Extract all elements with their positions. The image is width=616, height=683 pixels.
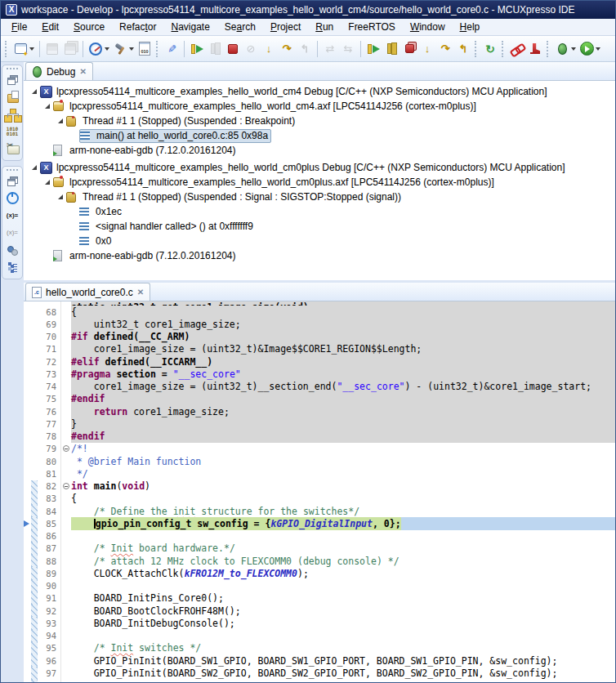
code-line[interactable]: 78#endif [24,431,615,443]
menu-file[interactable]: File [4,20,34,34]
code-text[interactable] [71,580,615,592]
code-line[interactable]: 70#if defined(__CC_ARM) [24,331,615,343]
menu-search[interactable]: Search [217,20,263,34]
fold-collapse-icon[interactable] [60,480,71,493]
code-text[interactable] [71,630,615,642]
faults-view-button[interactable] [3,140,21,157]
debug-tree-row[interactable]: <signal handler called> () at 0xfffffff9 [24,219,615,234]
code-text[interactable]: GPIO_PinInit(BOARD_SW2_GPIO, BOARD_SW2_G… [71,667,615,679]
code-line[interactable]: 88 /* attach 12 MHz clock to FLEXCOMM0 (… [24,555,615,567]
power-view-button[interactable] [3,190,21,207]
code-text[interactable]: BOARD_InitDebugConsole(); [71,617,615,629]
breakpoints-view-button[interactable] [3,241,21,258]
debug-tree-row[interactable]: 0x0 [24,234,615,248]
menu-window[interactable]: Window [403,20,453,34]
code-line[interactable]: 82int main(void) [24,480,615,493]
code-line[interactable]: 97 GPIO_PinInit(BOARD_SW2_GPIO, BOARD_SW… [24,667,615,679]
code-line[interactable]: 72#elif defined(__ICCARM__) [24,355,615,368]
code-text[interactable]: #elif defined(__ICCARM__) [71,355,615,368]
code-text[interactable] [71,530,615,542]
save-all-button[interactable] [61,40,79,58]
selected-stack-frame[interactable]: main() at hello_world_core0.c:85 0x98a [79,129,271,143]
code-text[interactable]: BOARD_InitPins_Core0(); [71,592,615,605]
debug-tree-row[interactable]: lpcxpresso54114_multicore_examples_hello… [24,99,615,114]
variables-view-button[interactable] [3,207,21,224]
code-text[interactable]: { [71,306,615,318]
dropdown-arrow-icon[interactable] [571,47,576,51]
build-button[interactable] [111,40,136,58]
clean-up-debug-button[interactable] [526,40,544,58]
step-return-all-button[interactable] [454,40,472,58]
code-line[interactable]: 71 core1_image_size = (uint32_t)&Image$$… [24,343,615,355]
code-text[interactable]: /* Init switches */ [71,642,615,654]
expand-arrow-icon[interactable] [29,165,40,170]
tab-debug[interactable]: Debug ✕ [25,62,93,80]
expand-arrow-icon[interactable] [42,180,53,185]
expand-arrow-icon[interactable] [55,194,66,199]
resume-button[interactable] [188,40,206,58]
debug-tree-row[interactable]: 0x1ec [24,204,615,219]
code-text[interactable]: /* Define the init structure for the swi… [71,505,615,517]
code-text[interactable]: CLOCK_AttachClk(kFRO12M_to_FLEXCOMM0); [71,567,615,579]
step-return-button[interactable] [296,40,314,58]
restore-view-button[interactable] [3,71,21,88]
code-line[interactable]: 90 [24,580,615,592]
restore-view-button[interactable] [3,172,21,190]
code-text[interactable]: */ [71,467,615,480]
debug-tree-row[interactable]: main() at hello_world_core0.c:85 0x98a [24,128,615,143]
code-line[interactable]: 85 gpio_pin_config_t sw_config = {kGPIO_… [24,517,615,529]
code-line[interactable]: 81 */ [24,467,615,480]
code-text[interactable]: core1_image_size = (uint32_t)&Image$$COR… [71,343,615,355]
code-line[interactable]: 95 /* Init switches */ [24,642,615,654]
debug-tree-row[interactable]: Thread #1 1 (Stopped) (Suspended : Signa… [24,190,615,204]
code-line[interactable]: 98 [24,680,615,683]
debug-probe-button[interactable] [87,40,111,58]
debug-tree-row[interactable]: lpcxpresso54114_multicore_examples_hello… [24,84,615,99]
tab-hello-world-core0[interactable]: .c hello_world_core0.c ✕ [25,283,150,301]
dropdown-arrow-icon[interactable] [105,47,109,51]
restart-button[interactable] [481,40,499,58]
instruction-stepping-button[interactable] [321,40,339,58]
debug-tree-row[interactable]: arm-none-eabi-gdb (7.12.0.20161204) [24,248,615,263]
code-text[interactable]: #if defined(__CC_ARM) [71,331,615,343]
expand-arrow-icon[interactable] [42,104,53,109]
code-text[interactable]: #endif [71,393,615,405]
disconnect-button[interactable] [242,40,260,58]
debug-tree-row[interactable]: lpcxpresso54114_multicore_examples_hello… [24,175,615,190]
code-text[interactable]: GPIO_PinInit(BOARD_SW1_GPIO, BOARD_SW1_G… [71,654,615,667]
debug-tree-row[interactable]: Thread #1 1 (Stopped) (Suspended : Break… [24,114,615,128]
code-line[interactable]: 91 BOARD_InitPins_Core0(); [24,592,615,605]
step-into-all-button[interactable] [418,40,436,58]
code-line[interactable]: 89 CLOCK_AttachClk(kFRO12M_to_FLEXCOMM0)… [24,567,615,579]
menu-help[interactable]: Help [453,20,488,34]
code-text[interactable]: * @brief Main function [71,455,615,467]
code-text[interactable]: /* Init board hardware.*/ [71,542,615,555]
step-into-button[interactable] [260,40,278,58]
outline-view-button[interactable] [3,258,21,275]
code-text[interactable]: gpio_pin_config_t sw_config = {kGPIO_Dig… [71,517,615,529]
code-line[interactable]: 75#endif [24,393,615,405]
global-variables-view-button[interactable] [3,224,21,241]
code-text[interactable] [71,680,615,683]
code-line[interactable]: 80 * @brief Main function [24,455,615,467]
drag-handle[interactable] [7,169,18,171]
binary-utilities-button[interactable] [136,40,154,58]
code-text[interactable]: { [71,493,615,505]
suspend-all-button[interactable] [382,40,400,58]
code-line[interactable]: 77} [24,417,615,430]
menu-source[interactable]: Source [66,20,112,34]
code-line[interactable]: 86 [24,530,615,542]
new-button[interactable] [11,40,36,58]
link-cores-button[interactable] [508,40,526,58]
dropdown-arrow-icon[interactable] [129,47,134,51]
code-text[interactable]: uint32_t core1_image_size; [71,318,615,330]
code-text[interactable]: #endif [71,431,615,443]
code-line[interactable]: 87 /* Init board hardware.*/ [24,542,615,555]
menu-navigate[interactable]: Navigate [163,20,216,34]
code-text[interactable]: BOARD_BootClockFROHF48M(); [71,605,615,617]
dropdown-arrow-icon[interactable] [29,47,34,51]
probe-discovery-button[interactable] [163,40,181,58]
code-line[interactable]: 84 /* Define the init structure for the … [24,505,615,517]
code-line[interactable]: 68{ [24,306,615,318]
suspend-button[interactable] [206,40,224,58]
